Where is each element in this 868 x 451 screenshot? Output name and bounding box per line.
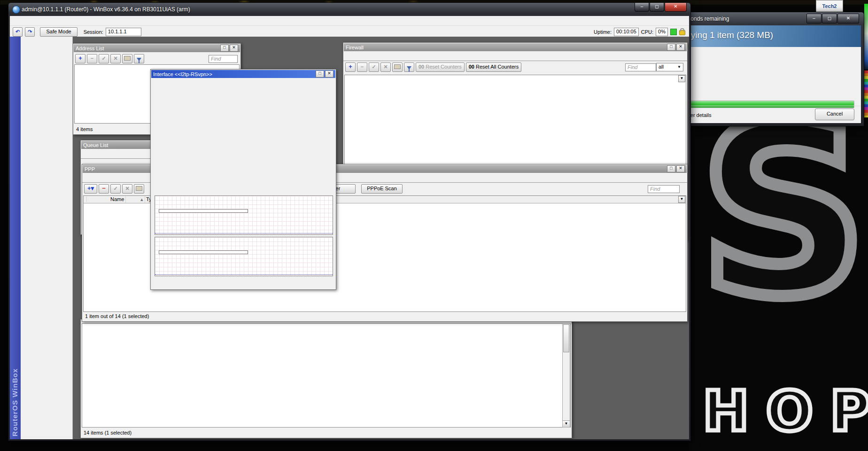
packet-rate-graph — [155, 237, 333, 276]
undo-button[interactable]: ↶ — [13, 27, 23, 37]
scroll-down-icon[interactable]: ▼ — [563, 420, 570, 427]
column-selector-icon[interactable]: ▼ — [678, 196, 685, 203]
rx-baseline — [155, 233, 333, 233]
secure-lock-icon — [679, 30, 685, 35]
iconify-button[interactable]: □ — [667, 165, 675, 172]
copy-dialog-footer: Fewer details Cancel — [662, 106, 861, 123]
winbox-title: admin@10.1.1.1 (Router0) - WinBox v6.36.… — [22, 6, 190, 13]
comment-icon[interactable] — [122, 54, 132, 63]
remove-icon[interactable]: − — [357, 62, 367, 72]
sort-icon: ▴ — [139, 196, 145, 203]
routeros-winbox-brand: RouterOS WinBox — [11, 368, 19, 436]
menubar — [10, 16, 689, 26]
close-icon[interactable]: ✕ — [676, 165, 685, 172]
iconify-button[interactable]: □ — [316, 70, 324, 78]
maximize-button[interactable]: ◻ — [650, 3, 664, 12]
close-button[interactable]: ✕ — [665, 3, 687, 12]
comment-icon[interactable] — [134, 184, 144, 194]
add-icon[interactable]: + — [345, 62, 356, 72]
reset-all-counters-button[interactable]: 00 Reset All Counters — [466, 62, 521, 72]
column-selector-icon[interactable]: ▼ — [678, 75, 685, 82]
remove-icon[interactable]: − — [99, 184, 109, 194]
firewall-toolbar: + − ✓ ✕ 00 Reset Counters 00 Reset All C… — [343, 61, 687, 73]
session-label: Session: — [84, 29, 103, 35]
brand-bar: RouterOS WinBox — [10, 37, 21, 439]
winbox-titlebar[interactable]: admin@10.1.1.1 (Router0) - WinBox v6.36.… — [8, 3, 690, 16]
wallpaper-letter-s: S — [699, 94, 868, 338]
session-input[interactable]: 10.1.1.1 — [106, 28, 141, 36]
minimize-button[interactable]: – — [635, 3, 649, 12]
health-indicator — [670, 29, 677, 35]
add-icon[interactable]: + — [75, 54, 85, 63]
copy-dialog-caption-buttons: – ◻ ✕ — [806, 14, 859, 23]
cpu-value: 0% — [656, 28, 668, 36]
close-button[interactable]: ✕ — [837, 14, 859, 23]
name-column-header[interactable]: Name — [109, 196, 126, 203]
enable-icon[interactable]: ✓ — [99, 54, 109, 63]
disable-icon[interactable]: ✕ — [380, 62, 391, 72]
safe-mode-button[interactable]: Safe Mode — [40, 27, 77, 37]
winbox-caption-buttons: – ◻ ✕ — [634, 3, 687, 12]
interface-dialog-tabs — [151, 78, 273, 88]
filter-dropdown[interactable]: all▼ — [656, 63, 683, 71]
cancel-button[interactable]: Cancel — [815, 109, 854, 120]
enable-icon[interactable]: ✓ — [369, 62, 379, 72]
wallpaper-letters-hop: HOP — [703, 379, 868, 443]
copy-dialog-header: Copying 1 item (328 MB) — [662, 25, 861, 47]
disable-icon[interactable]: ✕ — [110, 54, 121, 63]
interface-dialog-titlebar[interactable]: Interface <<l2tp-RSvpn>> □✕ — [151, 70, 335, 78]
scrollbar-thumb[interactable] — [563, 324, 569, 352]
uptime-label: Uptime: — [594, 29, 612, 35]
interface-dialog: Interface <<l2tp-RSvpn>> □✕ — [150, 69, 336, 290]
rx-baseline — [155, 274, 333, 275]
mdi-area: ▼ 14 items (1 selected) Queue List □✕ Fi… — [73, 37, 689, 439]
address-list-titlebar[interactable]: Address List □✕ — [74, 44, 240, 52]
traffic-rate-graph — [155, 195, 333, 235]
winbox-window: admin@10.1.1.1 (Router0) - WinBox v6.36.… — [8, 2, 691, 441]
close-icon[interactable]: ✕ — [676, 44, 685, 51]
interface-table — [82, 323, 571, 428]
winbox-app-icon — [12, 6, 20, 14]
pppoe-scan-button[interactable]: PPPoE Scan — [361, 184, 403, 194]
find-input[interactable]: Find — [209, 55, 238, 63]
maximize-button[interactable]: ◻ — [822, 14, 837, 23]
enable-icon[interactable]: ✓ — [110, 184, 121, 194]
iconify-button[interactable]: □ — [220, 45, 229, 52]
ppp-status: 1 item out of 14 (1 selected) — [83, 312, 686, 320]
address-list-toolbar: + − ✓ ✕ Find — [73, 53, 240, 65]
reset-counters-button[interactable]: 00 Reset Counters — [416, 62, 465, 72]
screen-glitch-strip — [864, 4, 868, 70]
cpu-label: CPU: — [641, 29, 653, 35]
scrollbar[interactable]: ▼ — [562, 323, 570, 428]
filter-icon[interactable] — [404, 62, 414, 72]
remove-icon[interactable]: − — [87, 54, 97, 63]
packet-graph-legend — [159, 250, 248, 254]
close-icon[interactable]: ✕ — [325, 70, 333, 78]
disable-icon[interactable]: ✕ — [122, 184, 132, 194]
iconify-button[interactable]: □ — [667, 44, 675, 51]
close-icon[interactable]: ✕ — [230, 45, 238, 52]
find-input[interactable]: Find — [625, 63, 656, 71]
interface-list-status: 14 items (1 selected) — [82, 429, 571, 437]
comment-icon[interactable] — [392, 62, 403, 72]
firewall-titlebar[interactable]: Firewall □✕ — [344, 43, 687, 51]
redo-button[interactable]: ↷ — [25, 27, 35, 37]
filter-icon[interactable] — [134, 54, 144, 63]
add-dropdown-icon[interactable]: +▾ — [84, 184, 97, 194]
firewall-tabs — [343, 52, 687, 61]
sidebar — [21, 37, 73, 439]
tech2-logo: Tech2 — [816, 0, 843, 13]
interface-list-window: ▼ 14 items (1 selected) — [80, 319, 572, 438]
find-input[interactable]: Find — [648, 185, 680, 193]
copy-dialog-body: Copying 1 item (328 MB) Fewer details Ca… — [662, 25, 861, 123]
minimize-button[interactable]: – — [806, 14, 822, 23]
traffic-graph-legend — [159, 209, 248, 213]
uptime-value: 00:10:05 — [614, 28, 639, 36]
